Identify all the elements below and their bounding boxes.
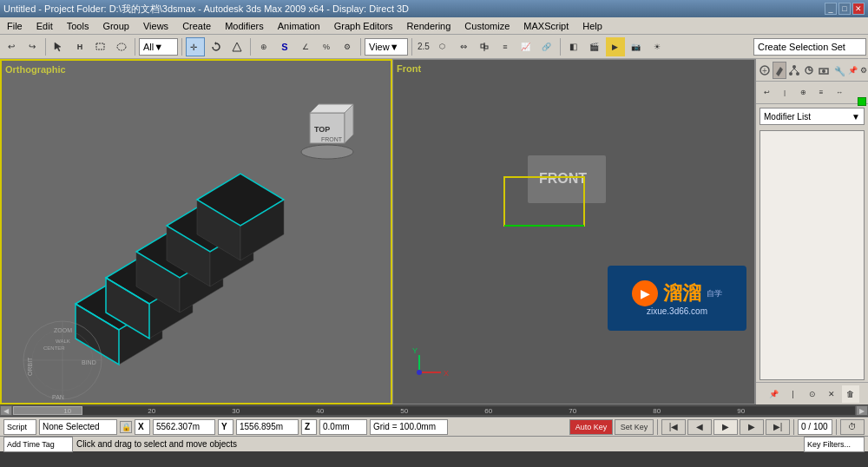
rt-btn5[interactable]: ↔ (831, 84, 848, 102)
window-controls[interactable]: _ □ ✕ (825, 3, 865, 15)
modifier-list-dropdown[interactable]: Modifier List ▼ (760, 108, 865, 125)
z-value[interactable]: 0.0mm (319, 419, 367, 435)
svg-text:✛: ✛ (190, 43, 197, 52)
menu-views[interactable]: Views (140, 20, 172, 32)
go-start-button[interactable]: |◀ (661, 419, 686, 435)
add-time-tag-button[interactable]: Add Time Tag (3, 437, 73, 452)
menu-animation[interactable]: Animation (274, 20, 324, 32)
menu-file[interactable]: File (3, 20, 26, 32)
scale-button[interactable] (227, 37, 247, 56)
schematic-view-button[interactable]: 🔗 (537, 37, 556, 56)
render-scene-button[interactable]: 🎬 (585, 37, 604, 56)
settings-button[interactable]: ⚙ (859, 62, 868, 79)
menu-create[interactable]: Create (179, 20, 214, 32)
raytracer-button[interactable]: ☀ (648, 37, 667, 56)
undo-button[interactable]: ↩ (2, 37, 21, 56)
y-value[interactable]: 1556.895m (236, 419, 299, 435)
x-value[interactable]: 5562.307m (153, 419, 215, 435)
rt-btn3[interactable]: ⊕ (794, 84, 812, 102)
rect-select-button[interactable] (91, 37, 110, 56)
rt-btn1[interactable]: ↩ (758, 84, 775, 102)
menu-help[interactable]: Help (579, 20, 606, 32)
menu-maxscript[interactable]: MAXScript (520, 20, 572, 32)
scroll-inner[interactable]: 10 20 30 40 50 60 70 80 90 (13, 406, 855, 415)
frame-input[interactable]: 0 / 100 (798, 419, 832, 435)
material-editor-button[interactable]: ◧ (564, 37, 583, 56)
timeline-scrollbar[interactable]: ◀ 10 20 30 40 50 60 70 80 90 ▶ (0, 405, 868, 417)
close-button[interactable]: ✕ (852, 3, 865, 15)
utilities-tab[interactable]: 🔧 (832, 62, 845, 79)
selection-set-dropdown[interactable]: Create Selection Set (753, 38, 866, 56)
menu-customize[interactable]: Customize (461, 20, 513, 32)
select-by-name-button[interactable]: H (70, 37, 89, 56)
named-select-button[interactable]: ⬡ (433, 37, 452, 56)
rt-btn4[interactable]: ≡ (812, 84, 830, 102)
prev-frame-button[interactable]: ◀ (687, 419, 712, 435)
stack-make-unique-button[interactable]: ⊙ (804, 385, 821, 403)
script-button[interactable]: Script (3, 419, 36, 435)
snap-toggle-button[interactable]: S (275, 37, 294, 56)
scroll-right-button[interactable]: ▶ (856, 405, 868, 416)
modifier-dropdown-arrow: ▼ (852, 112, 860, 122)
view-dropdown[interactable]: View▼ (365, 38, 408, 56)
redo-button[interactable]: ↪ (23, 37, 42, 56)
filter-value: All (143, 42, 154, 52)
stack-trash-button[interactable]: 🗑 (842, 385, 859, 403)
viewport-front[interactable]: Front FRONT X Y (392, 59, 755, 405)
lock-selection-button[interactable]: 🔒 (120, 421, 132, 433)
quick-render-button[interactable]: ▶ (606, 37, 625, 56)
set-key-button[interactable]: Set Key (615, 419, 654, 435)
modify-tab[interactable] (773, 62, 786, 79)
minimize-button[interactable]: _ (825, 3, 837, 15)
curve-editor-button[interactable]: 📈 (516, 37, 536, 56)
display-tab[interactable] (817, 62, 831, 79)
play-button[interactable]: ▶ (713, 419, 738, 435)
menu-group[interactable]: Group (99, 20, 133, 32)
motion-tab[interactable] (802, 62, 816, 79)
rt-btn2[interactable]: | (776, 84, 793, 102)
reference-dropdown-button[interactable]: ⊕ (254, 37, 273, 56)
rotate-button[interactable] (207, 37, 226, 56)
y-coord[interactable]: Y (218, 419, 233, 435)
pin-button[interactable]: 📌 (847, 62, 858, 79)
stack-remove-button[interactable]: ✕ (823, 385, 840, 403)
title-text: Untitled - Project Folder: D:\我的文档\3dsma… (3, 3, 825, 16)
animation-controls: Auto Key Set Key |◀ ◀ ▶ ▶ ▶| 0 / 100 ⏱ (569, 419, 865, 435)
stack-show-end-button[interactable]: | (785, 385, 802, 403)
stack-pin-button[interactable]: 📌 (766, 385, 783, 403)
hierarchy-tab[interactable] (787, 62, 801, 79)
svg-marker-0 (55, 43, 61, 51)
select-object-button[interactable] (49, 37, 69, 56)
menu-graph-editors[interactable]: Graph Editors (331, 20, 397, 32)
render-to-button[interactable]: 📷 (627, 37, 646, 56)
z-val-text: 0.0mm (323, 422, 350, 431)
auto-key-button[interactable]: Auto Key (569, 419, 613, 435)
z-coord[interactable]: Z (301, 419, 317, 435)
menu-tools[interactable]: Tools (63, 20, 93, 32)
menu-edit[interactable]: Edit (33, 20, 56, 32)
align-button[interactable] (475, 37, 494, 56)
modifier-list-area (760, 130, 865, 380)
layer-button[interactable]: ≡ (496, 37, 515, 56)
key-filters-button[interactable]: Key Filters... (804, 437, 865, 452)
menu-bar: File Edit Tools Group Views Create Modif… (0, 17, 868, 35)
mirror-button[interactable]: ⇔ (454, 37, 473, 56)
viewport-orthographic[interactable]: Orthographic (0, 59, 392, 405)
menu-modifiers[interactable]: Modifiers (221, 20, 267, 32)
next-frame-button[interactable]: ▶ (740, 419, 764, 435)
scroll-left-button[interactable]: ◀ (0, 405, 12, 416)
svg-text:TOP: TOP (314, 125, 330, 134)
maximize-button[interactable]: □ (838, 3, 851, 15)
spinner-snap-button[interactable]: ⚙ (338, 37, 357, 56)
select-move-button[interactable]: ✛ (186, 37, 205, 56)
percent-snap-button[interactable]: % (317, 37, 336, 56)
time-config-button[interactable]: ⏱ (840, 419, 865, 435)
circle-select-button[interactable] (112, 37, 131, 56)
select-filter-dropdown[interactable]: All▼ (139, 38, 178, 56)
go-end-button[interactable]: ▶| (766, 419, 790, 435)
create-tab[interactable]: + (758, 62, 772, 79)
menu-rendering[interactable]: Rendering (404, 20, 455, 32)
x-coord[interactable]: X (135, 419, 150, 435)
status-left: Script None Selected 🔒 X 5562.307m Y 155… (3, 419, 566, 435)
angle-snap-button[interactable]: ∠ (296, 37, 315, 56)
